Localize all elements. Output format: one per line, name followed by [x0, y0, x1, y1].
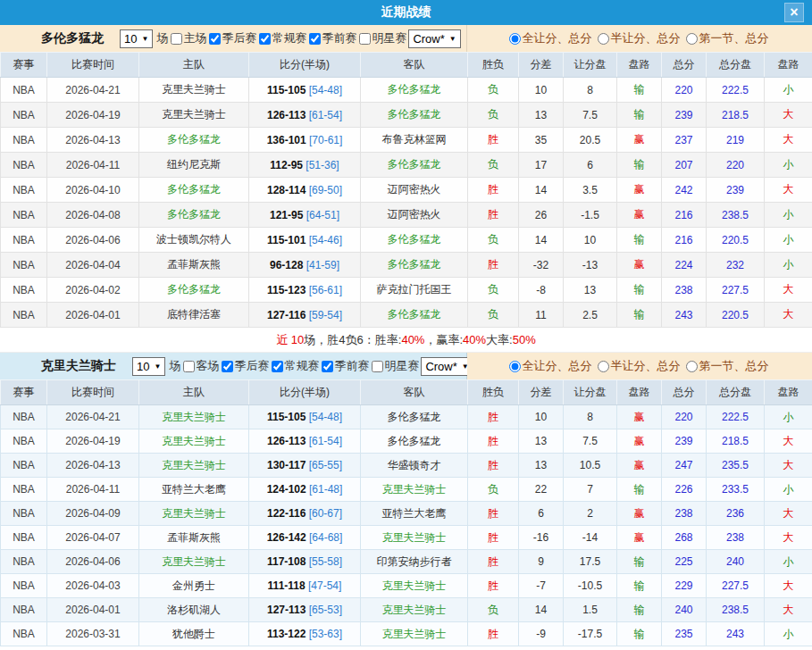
total-line-cell: 227.5	[707, 278, 765, 303]
handicap-result-cell: 赢	[617, 502, 662, 526]
summary-segment: 50%	[513, 333, 536, 346]
result-cell: 胜	[468, 203, 519, 228]
filter-right: 全让分、总分半让分、总分第一节、总分	[467, 25, 812, 52]
halftime-score: [54-48]	[306, 411, 342, 423]
checkbox-input[interactable]	[171, 33, 182, 45]
filter-checkbox-主场[interactable]: 主场	[168, 30, 206, 46]
home-team-cell: 亚特兰大老鹰	[139, 478, 249, 502]
score-diff-cell: -16	[519, 526, 564, 550]
odds-mode-radio-半让分、总分[interactable]: 半让分、总分	[596, 30, 681, 46]
odds-source-select[interactable]: Crow* ▼	[421, 357, 473, 376]
odds-mode-radio-第一节、总分[interactable]: 第一节、总分	[684, 358, 769, 374]
checkbox-input[interactable]	[359, 33, 371, 45]
result-cell: 胜	[468, 550, 519, 574]
chevron-down-icon: ▼	[141, 35, 148, 43]
radio-input[interactable]	[509, 33, 521, 45]
total-points-cell: 247	[662, 454, 707, 478]
radio-input[interactable]	[686, 33, 698, 45]
odds-mode-radio-全让分、总分[interactable]: 全让分、总分	[507, 30, 592, 46]
score-cell: 111-118 [47-54]	[249, 574, 361, 598]
score-cell: 115-101 [54-46]	[249, 228, 361, 253]
radio-input[interactable]	[598, 361, 609, 372]
total-result-cell: 小	[765, 405, 812, 429]
league-cell: NBA	[1, 253, 47, 278]
filter-checkbox-季前赛[interactable]: 季前赛	[306, 30, 356, 46]
filter-checkbox-季后赛[interactable]: 季后赛	[219, 358, 269, 374]
handicap-cell: 8	[564, 405, 617, 429]
final-score: 136-101	[267, 134, 306, 146]
recent-results-dialog: 近期战绩 × 多伦多猛龙 10 ▼ 场 主场季后赛常规赛季前赛明星赛 Crow*…	[0, 0, 812, 650]
date-cell: 2026-04-02	[47, 278, 139, 303]
games-count-select[interactable]: 10 ▼	[120, 29, 153, 48]
match-row: NBA2026-04-07孟菲斯灰熊126-142 [64-68]克里夫兰骑士胜…	[1, 526, 812, 550]
final-score: 127-113	[267, 604, 306, 616]
total-points-cell: 242	[662, 178, 707, 203]
team-name-cavaliers: 克里夫兰骑士	[41, 358, 116, 374]
total-line-cell: 239	[707, 178, 765, 203]
radio-input[interactable]	[598, 33, 609, 45]
checkbox-input[interactable]	[309, 33, 321, 45]
close-icon[interactable]: ×	[784, 3, 804, 22]
score-cell: 121-95 [64-51]	[249, 203, 361, 228]
away-team-cell: 多伦多猛龙	[361, 253, 468, 278]
handicap-cell: 13	[564, 278, 617, 303]
table-header-row: 赛事比赛时间主队比分(半场)客队胜负分差让分盘盘路总分总分盘盘路	[1, 53, 812, 78]
score-diff-cell: 13	[519, 429, 564, 454]
handicap-cell: 7	[564, 478, 617, 502]
odds-mode-radio-第一节、总分[interactable]: 第一节、总分	[684, 30, 769, 46]
column-header: 比赛时间	[47, 53, 139, 78]
checkbox-input[interactable]	[322, 361, 333, 372]
filter-checkbox-明星赛[interactable]: 明星赛	[356, 30, 406, 46]
league-cell: NBA	[1, 278, 47, 303]
final-score: 128-114	[267, 184, 306, 196]
odds-mode-radio-半让分、总分[interactable]: 半让分、总分	[596, 358, 681, 374]
filter-checkbox-明星赛[interactable]: 明星赛	[369, 358, 419, 374]
score-cell: 128-114 [69-50]	[249, 178, 361, 203]
total-points-cell: 216	[662, 203, 707, 228]
checkbox-input[interactable]	[272, 361, 283, 372]
total-points-cell: 220	[662, 405, 707, 429]
radio-input[interactable]	[686, 361, 698, 372]
odds-mode-radio-全让分、总分[interactable]: 全让分、总分	[507, 358, 592, 374]
checkbox-input[interactable]	[222, 361, 233, 372]
match-row: NBA2026-04-21克里夫兰骑士115-105 [54-48]多伦多猛龙胜…	[1, 405, 812, 429]
column-header: 比分(半场)	[249, 380, 361, 405]
total-result-cell: 小	[765, 203, 812, 228]
match-row: NBA2026-04-01底特律活塞127-116 [59-54]多伦多猛龙负1…	[1, 303, 812, 328]
odds-source-select[interactable]: Crow* ▼	[408, 29, 460, 48]
league-cell: NBA	[1, 478, 47, 502]
date-cell: 2026-04-19	[47, 103, 139, 128]
checkbox-input[interactable]	[372, 361, 383, 372]
checkbox-input[interactable]	[183, 361, 195, 372]
odds-mode-radio-group: 全让分、总分半让分、总分第一节、总分	[507, 358, 773, 374]
match-row: NBA2026-04-19克里夫兰骑士126-113 [61-54]多伦多猛龙胜…	[1, 429, 812, 454]
total-line-cell: 219	[707, 128, 765, 153]
final-score: 121-95	[270, 209, 303, 221]
halftime-score: [69-50]	[306, 184, 342, 196]
total-result-cell: 小	[765, 78, 812, 103]
odds-mode-radio-group: 全让分、总分半让分、总分第一节、总分	[507, 30, 773, 46]
handicap-cell: 7.5	[564, 429, 617, 454]
filter-checkbox-季前赛[interactable]: 季前赛	[319, 358, 369, 374]
away-team-cell: 克里夫兰骑士	[361, 622, 468, 646]
final-score: 113-122	[267, 628, 306, 640]
filter-checkbox-客场[interactable]: 客场	[180, 358, 219, 374]
dialog-title: 近期战绩	[381, 4, 431, 21]
games-count-select[interactable]: 10 ▼	[132, 357, 165, 376]
home-team-cell: 克里夫兰骑士	[139, 429, 249, 454]
filter-checkbox-常规赛[interactable]: 常规赛	[269, 358, 319, 374]
total-line-cell: 240	[707, 550, 765, 574]
final-score: 112-95	[270, 159, 303, 171]
total-line-cell: 218.5	[707, 103, 765, 128]
filter-checkbox-常规赛[interactable]: 常规赛	[256, 30, 306, 46]
total-result-cell: 小	[765, 550, 812, 574]
checkbox-input[interactable]	[209, 33, 221, 45]
radio-input[interactable]	[509, 361, 521, 372]
handicap-result-cell: 输	[617, 598, 662, 622]
checkbox-input[interactable]	[259, 33, 271, 45]
filter-checkbox-季后赛[interactable]: 季后赛	[206, 30, 256, 46]
filter-left: 克里夫兰骑士 10 ▼ 场 客场季后赛常规赛季前赛明星赛 Crow* ▼	[0, 353, 467, 379]
handicap-result-cell: 输	[617, 228, 662, 253]
raptors-results-table: 赛事比赛时间主队比分(半场)客队胜负分差让分盘盘路总分总分盘盘路 NBA2026…	[0, 52, 812, 328]
filter-right: 全让分、总分半让分、总分第一节、总分	[467, 353, 812, 379]
